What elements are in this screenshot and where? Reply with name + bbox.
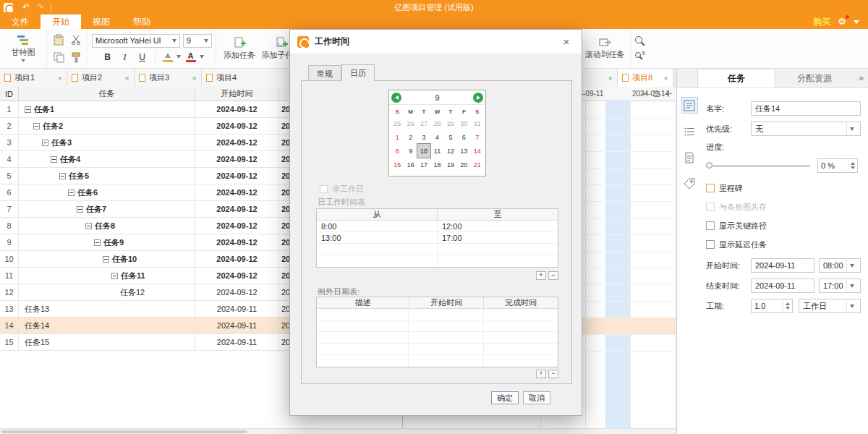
calendar-day[interactable]: 6 xyxy=(457,130,470,144)
project-tab[interactable]: 项目2× xyxy=(67,69,135,87)
calendar-day[interactable]: 30 xyxy=(457,116,470,130)
exception-row[interactable] xyxy=(317,309,558,320)
checkbox-row[interactable]: 里程碑 xyxy=(706,182,861,195)
checkbox-row[interactable]: 显示延迟任务 xyxy=(706,238,861,251)
spinner-arrows[interactable] xyxy=(783,299,792,312)
buy-button[interactable]: 购买 xyxy=(813,16,830,28)
collapse-toggle-icon[interactable] xyxy=(103,256,109,263)
collapse-toggle-icon[interactable] xyxy=(68,190,75,196)
calendar-day[interactable]: 10 xyxy=(417,144,430,158)
collapse-panel-icon[interactable]: » xyxy=(854,69,868,88)
calendar-day[interactable]: 4 xyxy=(430,130,443,144)
close-tab-icon[interactable]: × xyxy=(608,74,613,82)
menu-item-4[interactable]: 帮助 xyxy=(122,14,162,29)
collapse-toggle-icon[interactable] xyxy=(33,123,40,129)
collapse-toggle-icon[interactable] xyxy=(77,206,83,213)
remove-row-button[interactable]: − xyxy=(548,370,558,378)
search-button[interactable] xyxy=(634,35,645,46)
add-row-button[interactable]: + xyxy=(536,370,546,378)
zoom-out-icon[interactable] xyxy=(642,93,648,95)
close-tab-icon[interactable]: × xyxy=(58,74,62,82)
ok-button[interactable]: 确定 xyxy=(491,391,519,404)
collapse-toggle-icon[interactable] xyxy=(59,173,66,179)
end-date-input[interactable]: 2024-09-11 xyxy=(751,278,814,293)
close-tab-icon[interactable]: × xyxy=(664,74,668,82)
header-id[interactable]: ID xyxy=(0,87,19,101)
tab-task[interactable]: 任务 xyxy=(697,69,775,88)
duration-spinner[interactable]: 1.0 xyxy=(751,299,793,313)
calendar-day[interactable]: 19 xyxy=(444,158,457,171)
remove-row-button[interactable]: − xyxy=(548,271,558,280)
start-date-input[interactable]: 2024-09-11 xyxy=(751,258,814,273)
collapse-toggle-icon[interactable] xyxy=(51,156,57,163)
calendar-day[interactable]: 20 xyxy=(457,158,470,171)
scroll-to-task-button[interactable]: 滚动到任务 xyxy=(583,30,626,67)
calendar-day[interactable]: 25 xyxy=(391,116,404,130)
project-tab[interactable]: 项目8× xyxy=(618,69,673,87)
priority-select[interactable]: 无 xyxy=(751,122,861,136)
zoom-fit-icon[interactable] xyxy=(654,91,660,97)
menu-item-1[interactable]: 文件 xyxy=(0,14,41,29)
calendar-day[interactable]: 18 xyxy=(430,158,443,171)
close-tab-icon[interactable]: × xyxy=(125,74,129,82)
schedule-row[interactable] xyxy=(317,244,558,255)
tab-assign-resources[interactable]: 分配资源 xyxy=(775,69,854,88)
add-task-button[interactable]: 添加任务 xyxy=(220,30,259,67)
undo-icon[interactable]: ↶ xyxy=(19,0,33,14)
checkbox-row[interactable]: 与条形图共存 xyxy=(706,200,861,213)
exception-row[interactable] xyxy=(317,344,558,355)
start-time-select[interactable]: 08:00 xyxy=(819,258,861,273)
collapse-toggle-icon[interactable] xyxy=(111,273,118,279)
progress-spinner[interactable]: 0 % xyxy=(817,158,858,173)
scrollbar-thumb[interactable] xyxy=(1,430,247,433)
calendar-day[interactable]: 31 xyxy=(471,116,484,130)
calendar-day[interactable]: 13 xyxy=(457,144,470,158)
font-family-combo[interactable]: Microsoft YaHei UI xyxy=(92,34,180,48)
calendar-day[interactable]: 16 xyxy=(404,158,417,171)
calendar-day[interactable]: 12 xyxy=(444,144,457,158)
calendar-day[interactable]: 15 xyxy=(391,158,404,171)
calendar-day[interactable]: 26 xyxy=(404,116,417,130)
calendar-day[interactable]: 27 xyxy=(417,116,430,130)
underline-button[interactable]: U xyxy=(135,51,150,64)
dialog-close-icon[interactable]: × xyxy=(558,35,574,48)
schedule-row[interactable]: 8:0012:00 xyxy=(317,221,558,232)
fill-color-button[interactable] xyxy=(161,52,181,62)
properties-view-button[interactable] xyxy=(681,97,698,114)
calendar-day[interactable]: 3 xyxy=(417,130,430,144)
checkbox[interactable] xyxy=(706,240,715,249)
spinner-arrows[interactable] xyxy=(848,159,857,172)
calendar-next-icon[interactable] xyxy=(473,93,483,103)
duration-unit-select[interactable]: 工作日 xyxy=(799,299,861,313)
checkbox[interactable] xyxy=(706,203,715,211)
dialog-titlebar[interactable]: 工作时间 × xyxy=(290,30,582,54)
calendar-day[interactable]: 5 xyxy=(444,130,457,144)
close-tab-icon[interactable]: × xyxy=(192,74,197,82)
add-row-button[interactable]: + xyxy=(536,271,546,280)
chevron-down-icon[interactable] xyxy=(854,20,859,24)
schedule-row[interactable] xyxy=(317,255,558,267)
progress-slider[interactable] xyxy=(706,161,810,171)
cancel-button[interactable]: 取消 xyxy=(523,391,550,404)
dialog-tab-general[interactable]: 常规 xyxy=(308,65,341,81)
calendar-prev-icon[interactable] xyxy=(391,93,401,103)
calendar-day[interactable]: 14 xyxy=(471,144,484,158)
project-tab[interactable]: 项目3× xyxy=(135,69,202,87)
header-task[interactable]: 任务 xyxy=(19,87,195,101)
collapse-toggle-icon[interactable] xyxy=(42,140,48,146)
calendar-day[interactable]: 28 xyxy=(430,116,443,130)
note-view-button[interactable] xyxy=(681,149,698,166)
bold-button[interactable]: B xyxy=(101,51,115,64)
gear-icon[interactable]: ⚙ xyxy=(838,14,846,29)
calendar-day[interactable]: 29 xyxy=(444,116,457,130)
slider-thumb[interactable] xyxy=(706,162,712,169)
end-time-select[interactable]: 17:00 xyxy=(819,278,861,293)
exception-row[interactable] xyxy=(317,320,558,332)
calendar-day[interactable]: 2 xyxy=(404,130,417,144)
italic-button[interactable]: I xyxy=(118,51,132,64)
schedule-row[interactable]: 13:0017:00 xyxy=(317,232,558,244)
exception-row[interactable] xyxy=(317,332,558,344)
menu-item-3[interactable]: 视图 xyxy=(81,14,122,29)
menu-item-2[interactable]: 开始 xyxy=(41,14,81,29)
calendar-day[interactable]: 1 xyxy=(391,130,404,144)
